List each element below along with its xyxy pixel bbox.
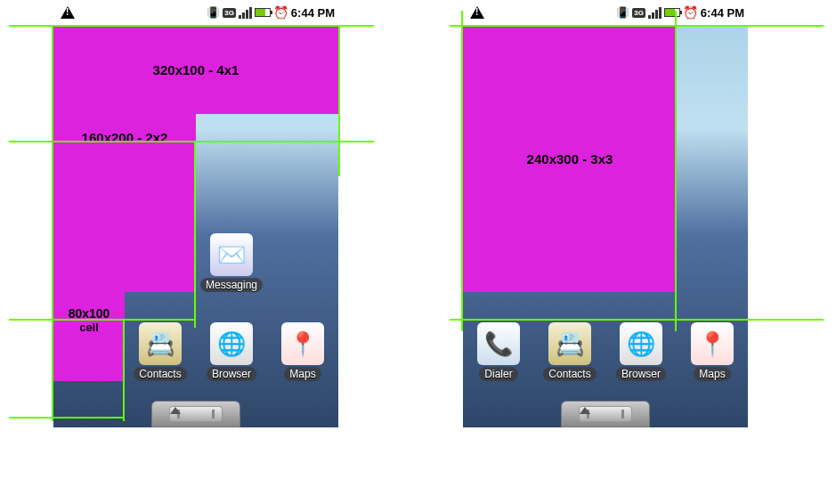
warning-icon [61,6,75,19]
widget-4x1[interactable]: 320x100 - 4x1 [53,25,338,114]
widget-1x1[interactable]: 80x100 cell [53,292,125,381]
app-browser[interactable]: 🌐 Browser [196,322,267,381]
warning-icon [470,6,484,19]
guide-line [461,11,463,331]
alarm-icon: ⏰ [273,5,288,20]
app-contacts[interactable]: 📇 Contacts [125,322,196,381]
status-right: 📳 3G ⏰ 6:44 PM [616,5,744,20]
widget-3x3[interactable]: 240x300 - 3x3 [463,25,677,292]
drawer-grip-icon [169,406,223,422]
guide-line [450,25,824,27]
guide-line [450,319,824,321]
guide-line [123,319,125,421]
alarm-icon: ⏰ [683,5,698,20]
guide-line [675,11,677,331]
app-drawer-handle[interactable] [151,401,240,427]
messaging-label: Messaging [200,278,263,292]
network-badge: 3G [632,8,645,18]
dialer-icon: 📞 [477,322,520,365]
app-dialer[interactable]: 📞 Dialer [463,322,534,381]
browser-label: Browser [207,367,256,381]
app-drawer-handle[interactable] [561,401,650,427]
drawer-grip-icon [579,406,632,422]
widget-4x1-label: 320x100 - 4x1 [153,62,239,77]
signal-icon [239,6,252,19]
status-bar: 📳 3G ⏰ 6:44 PM [463,0,748,25]
browser-label: Browser [616,367,666,381]
vibrate-icon: 📳 [207,6,220,19]
maps-icon: 📍 [691,322,734,365]
app-maps[interactable]: 📍 Maps [267,322,338,381]
vibrate-icon: 📳 [616,6,629,19]
phone-screen-right: 📳 3G ⏰ 6:44 PM 240x300 - 3x3 📞 Dialer 📇 … [463,0,748,427]
contacts-label: Contacts [134,367,186,381]
clock-text: 6:44 PM [701,6,744,20]
guide-line [338,25,340,176]
battery-icon [255,8,271,17]
guide-line [194,141,196,328]
contacts-label: Contacts [543,367,596,381]
battery-icon [664,8,680,17]
status-right: 📳 3G ⏰ 6:44 PM [207,5,335,20]
widget-3x3-label: 240x300 - 3x3 [527,151,613,167]
browser-icon: 🌐 [620,322,662,365]
contacts-icon: 📇 [548,322,591,365]
status-bar: 📳 3G ⏰ 6:44 PM [53,0,338,25]
app-maps[interactable]: 📍 Maps [677,322,748,381]
widget-1x1-label-b: cell [79,321,99,334]
guide-line [9,319,196,321]
app-messaging[interactable]: ✉️ Messaging [196,233,267,292]
phone-screen-left: 📳 3G ⏰ 6:44 PM 320x100 - 4x1 160x200 - 2… [53,0,338,427]
status-left [467,6,484,19]
network-badge: 3G [223,8,236,18]
clock-text: 6:44 PM [291,6,335,20]
status-left [57,6,75,19]
guide-line [9,141,374,142]
guide-line [52,25,53,421]
app-browser[interactable]: 🌐 Browser [605,322,677,381]
maps-label: Maps [694,367,730,381]
signal-icon [648,6,661,19]
contacts-icon: 📇 [139,322,182,365]
maps-icon: 📍 [281,322,324,365]
guide-line [9,25,374,27]
widget-2x2-label: 160x200 - 2x2 [82,130,168,145]
guide-line [9,417,125,419]
browser-icon: 🌐 [210,322,253,365]
dialer-label: Dialer [479,367,517,381]
messaging-icon: ✉️ [210,233,253,276]
maps-label: Maps [284,367,321,381]
app-contacts[interactable]: 📇 Contacts [534,322,605,381]
